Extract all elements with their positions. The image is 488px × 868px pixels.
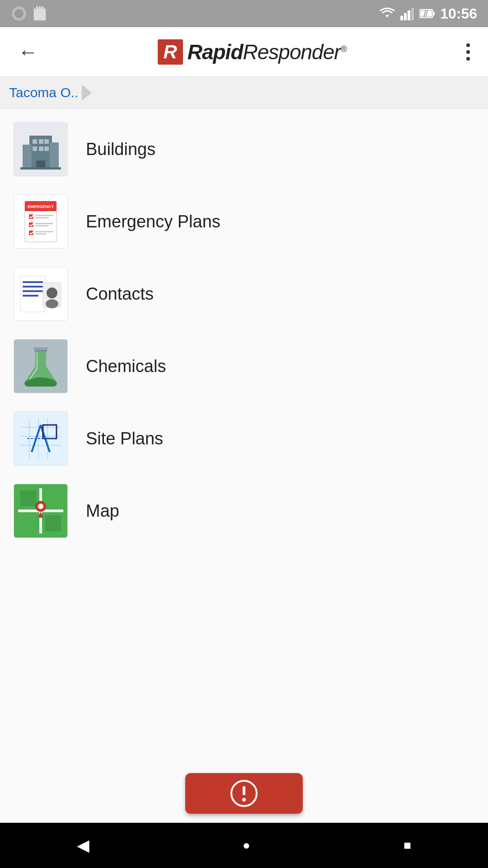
svg-rect-11 — [433, 12, 435, 15]
svg-rect-21 — [33, 146, 37, 151]
svg-point-51 — [47, 288, 57, 298]
contacts-label: Contacts — [86, 284, 154, 304]
svg-rect-74 — [243, 786, 245, 795]
wifi-icon — [379, 7, 396, 20]
bottom-nav: ◀ ● ■ — [0, 823, 488, 868]
back-button[interactable]: ← — [14, 36, 42, 68]
emergency-alert-button[interactable] — [185, 773, 303, 814]
svg-rect-7 — [404, 13, 407, 20]
app-bar: ← R RapidResponder® — [0, 27, 488, 77]
emergency-plans-icon: EMERGENCY — [14, 194, 68, 249]
alert-warning-icon — [230, 780, 258, 807]
site-plans-icon — [14, 411, 68, 466]
svg-rect-23 — [44, 146, 49, 151]
chemicals-icon — [14, 339, 68, 393]
svg-rect-48 — [23, 290, 43, 292]
logo-r-icon: R — [158, 39, 183, 65]
nav-home-button[interactable]: ● — [229, 834, 264, 857]
svg-rect-47 — [23, 286, 43, 288]
breadcrumb-tacoma[interactable]: Tacoma O.. — [9, 85, 92, 101]
svg-rect-25 — [20, 167, 61, 170]
breadcrumb-bar: Tacoma O.. — [0, 77, 488, 108]
svg-rect-72 — [45, 515, 61, 531]
svg-rect-54 — [33, 347, 48, 350]
menu-item-map[interactable]: Map — [0, 475, 488, 547]
buildings-label: Buildings — [86, 140, 155, 159]
svg-rect-16 — [23, 145, 32, 167]
svg-rect-4 — [39, 6, 41, 10]
svg-rect-9 — [411, 8, 414, 20]
nav-back-button[interactable]: ◀ — [63, 831, 103, 859]
svg-rect-33 — [35, 215, 53, 216]
signal-icon — [400, 7, 415, 20]
status-time: 10:56 — [440, 5, 477, 22]
status-bar-right: 10:56 — [379, 5, 477, 22]
logo-text: RapidResponder® — [188, 40, 347, 64]
svg-rect-8 — [408, 10, 410, 20]
svg-rect-5 — [42, 6, 43, 10]
app-logo: R RapidResponder® — [158, 39, 347, 65]
contacts-icon — [14, 267, 68, 321]
svg-point-52 — [46, 299, 58, 308]
main-content: Buildings EMERGENCY — [0, 108, 488, 760]
more-menu-button[interactable] — [462, 39, 474, 65]
svg-rect-6 — [400, 16, 403, 20]
svg-rect-24 — [36, 160, 45, 167]
status-bar: 10:56 — [0, 0, 488, 27]
map-label: Map — [86, 501, 119, 521]
svg-rect-2 — [33, 8, 46, 21]
svg-point-70 — [38, 504, 43, 509]
svg-rect-20 — [44, 139, 49, 144]
site-plans-label: Site Plans — [86, 429, 163, 448]
svg-rect-39 — [35, 225, 49, 226]
nav-recent-button[interactable]: ■ — [390, 834, 425, 857]
menu-item-site-plans[interactable]: Site Plans — [0, 402, 488, 475]
buildings-icon — [14, 122, 68, 176]
menu-item-contacts[interactable]: Contacts — [0, 258, 488, 330]
svg-rect-18 — [33, 139, 37, 144]
svg-point-75 — [242, 798, 246, 802]
svg-rect-3 — [36, 6, 38, 10]
menu-item-chemicals[interactable]: Chemicals — [0, 330, 488, 402]
svg-rect-49 — [23, 295, 38, 297]
menu-item-emergency-plans[interactable]: EMERGENCY Emergency Plans — [0, 185, 488, 258]
svg-rect-44 — [35, 233, 47, 235]
svg-rect-43 — [35, 231, 53, 232]
svg-point-1 — [14, 9, 23, 18]
menu-item-buildings[interactable]: Buildings — [0, 113, 488, 185]
sd-icon — [33, 5, 47, 22]
svg-rect-22 — [39, 146, 43, 151]
svg-rect-34 — [35, 217, 49, 218]
emergency-plans-label: Emergency Plans — [86, 212, 221, 231]
svg-rect-17 — [50, 142, 59, 167]
breadcrumb-chevron-icon — [82, 85, 92, 101]
svg-text:EMERGENCY: EMERGENCY — [28, 204, 54, 209]
svg-rect-71 — [20, 491, 36, 506]
battery-icon — [419, 8, 436, 19]
svg-rect-38 — [35, 223, 53, 224]
sim-icon — [11, 5, 27, 22]
chemicals-label: Chemicals — [86, 357, 166, 376]
svg-rect-46 — [23, 281, 43, 283]
svg-rect-19 — [39, 139, 43, 144]
map-icon — [14, 484, 68, 538]
alert-button-container — [0, 760, 488, 823]
